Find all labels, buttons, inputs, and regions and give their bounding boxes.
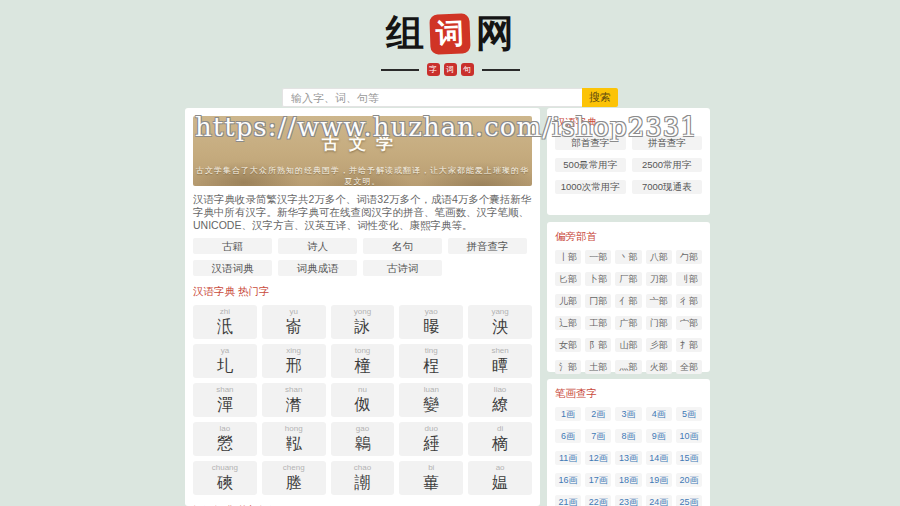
radical-button[interactable]: 工部 — [585, 316, 611, 330]
hot-char-tile[interactable]: chuang 磢 — [193, 461, 257, 495]
radical-button[interactable]: 女部 — [555, 338, 581, 352]
hot-char-tile[interactable]: ya 圠 — [193, 344, 257, 378]
category-button[interactable]: 拼音查字 — [448, 238, 527, 254]
hot-char-tile[interactable]: cheng 塍 — [262, 461, 326, 495]
hot-char-tile[interactable]: yong 詠 — [331, 305, 395, 339]
hot-char-tile[interactable]: xing 邢 — [262, 344, 326, 378]
stroke-button[interactable]: 24画 — [646, 495, 672, 506]
radical-button[interactable]: 广部 — [615, 316, 641, 330]
stroke-button[interactable]: 20画 — [676, 473, 702, 487]
hot-char-tile[interactable]: gao 鷎 — [331, 422, 395, 456]
hot-char-tile[interactable]: chao 謿 — [331, 461, 395, 495]
stroke-button[interactable]: 19画 — [646, 473, 672, 487]
hot-char-tile[interactable]: ting 桯 — [399, 344, 463, 378]
stroke-button[interactable]: 13画 — [615, 451, 641, 465]
category-button[interactable]: 古诗词 — [363, 260, 442, 276]
radical-button[interactable]: 匕部 — [555, 272, 581, 286]
hot-char-tile[interactable]: nu 伮 — [331, 383, 395, 417]
radical-button[interactable]: 阝部 — [585, 338, 611, 352]
hot-char-tile[interactable]: yu 嵛 — [262, 305, 326, 339]
tile-pinyin: ya — [193, 346, 257, 356]
radical-button[interactable]: 冂部 — [585, 294, 611, 308]
radical-button[interactable]: 卜部 — [585, 272, 611, 286]
radical-button[interactable]: 山部 — [615, 338, 641, 352]
radical-button[interactable]: 火部 — [646, 360, 672, 374]
radical-button[interactable]: 彳部 — [676, 294, 702, 308]
hot-char-tile[interactable]: tong 橦 — [331, 344, 395, 378]
radical-button[interactable]: 扌部 — [676, 338, 702, 352]
hot-char-tile[interactable]: shan 潸 — [262, 383, 326, 417]
radical-button[interactable]: 彡部 — [646, 338, 672, 352]
stroke-button[interactable]: 16画 — [555, 473, 581, 487]
radical-button[interactable]: 勹部 — [676, 250, 702, 264]
hot-char-tile[interactable]: yao 䁙 — [399, 305, 463, 339]
stroke-button[interactable]: 12画 — [585, 451, 611, 465]
radical-button[interactable]: 全部 — [676, 360, 702, 374]
search-input[interactable] — [282, 88, 582, 107]
stroke-button[interactable]: 3画 — [615, 407, 641, 421]
stroke-button[interactable]: 22画 — [585, 495, 611, 506]
dict-link-button[interactable]: 部首查字 — [555, 136, 626, 150]
category-button[interactable]: 名句 — [363, 238, 442, 254]
radical-button[interactable]: 宀部 — [676, 316, 702, 330]
stroke-button[interactable]: 14画 — [646, 451, 672, 465]
radical-button[interactable]: 刀部 — [646, 272, 672, 286]
hot-char-tile[interactable]: zhi 泜 — [193, 305, 257, 339]
radical-button[interactable]: 一部 — [585, 250, 611, 264]
dict-link-button[interactable]: 1000次常用字 — [555, 180, 626, 194]
hot-char-tile[interactable]: shan 潬 — [193, 383, 257, 417]
stroke-button[interactable]: 7画 — [585, 429, 611, 443]
stroke-button[interactable]: 1画 — [555, 407, 581, 421]
dict-link-button[interactable]: 500最常用字 — [555, 158, 626, 172]
radical-button[interactable]: 土部 — [585, 360, 611, 374]
radical-button[interactable]: 氵部 — [555, 360, 581, 374]
stroke-button[interactable]: 15画 — [676, 451, 702, 465]
radical-button[interactable]: 厂部 — [615, 272, 641, 286]
banner[interactable]: 古文学 古文学集合了大众所熟知的经典国学，并给予解读或翻译，让大家都能爱上璀璨的… — [193, 116, 532, 186]
radical-button[interactable]: 辶部 — [555, 316, 581, 330]
stroke-button[interactable]: 25画 — [676, 495, 702, 506]
category-button[interactable]: 词典成语 — [278, 260, 357, 276]
stroke-button[interactable]: 9画 — [646, 429, 672, 443]
stroke-button[interactable]: 17画 — [585, 473, 611, 487]
category-button[interactable]: 古籍 — [193, 238, 272, 254]
dict-link-button[interactable]: 2500常用字 — [632, 158, 703, 172]
hot-char-tile[interactable]: shen 瞫 — [468, 344, 532, 378]
hot-char-tile[interactable]: liao 繚 — [468, 383, 532, 417]
stroke-button[interactable]: 5画 — [676, 407, 702, 421]
stroke-button[interactable]: 23画 — [615, 495, 641, 506]
radical-button[interactable]: 亠部 — [646, 294, 672, 308]
main-card: 古文学 古文学集合了大众所熟知的经典国学，并给予解读或翻译，让大家都能爱上璀璨的… — [185, 108, 540, 506]
hot-char-tile[interactable]: bi 蓽 — [399, 461, 463, 495]
radical-button[interactable]: 儿部 — [555, 294, 581, 308]
hot-char-tile[interactable]: luan 孌 — [399, 383, 463, 417]
radical-button[interactable]: 丨部 — [555, 250, 581, 264]
radical-button[interactable]: 灬部 — [615, 360, 641, 374]
radical-button[interactable]: 门部 — [646, 316, 672, 330]
stroke-button[interactable]: 2画 — [585, 407, 611, 421]
hot-char-tile[interactable]: di 樀 — [468, 422, 532, 456]
stroke-button[interactable]: 4画 — [646, 407, 672, 421]
site-logo-link[interactable]: 组 词 网 — [386, 8, 514, 59]
category-button[interactable]: 汉语词典 — [193, 260, 272, 276]
stroke-button[interactable]: 10画 — [676, 429, 702, 443]
radical-button[interactable]: 刂部 — [676, 272, 702, 286]
category-button[interactable]: 诗人 — [278, 238, 357, 254]
hot-char-tile[interactable]: hong 鞃 — [262, 422, 326, 456]
radical-button[interactable]: 八部 — [646, 250, 672, 264]
hot-char-tile[interactable]: yang 泱 — [468, 305, 532, 339]
hot-char-tile[interactable]: duo 綞 — [399, 422, 463, 456]
stroke-button[interactable]: 11画 — [555, 451, 581, 465]
radical-button[interactable]: 丶部 — [615, 250, 641, 264]
dict-link-button[interactable]: 7000现通表 — [632, 180, 703, 194]
stroke-button[interactable]: 21画 — [555, 495, 581, 506]
tile-character: 嵛 — [262, 317, 326, 336]
hot-char-tile[interactable]: ao 媪 — [468, 461, 532, 495]
stroke-button[interactable]: 8画 — [615, 429, 641, 443]
dict-link-button[interactable]: 拼音查字 — [632, 136, 703, 150]
hot-char-tile[interactable]: lao 憥 — [193, 422, 257, 456]
stroke-button[interactable]: 18画 — [615, 473, 641, 487]
search-button[interactable]: 搜索 — [582, 88, 618, 107]
stroke-button[interactable]: 6画 — [555, 429, 581, 443]
radical-button[interactable]: 亻部 — [615, 294, 641, 308]
